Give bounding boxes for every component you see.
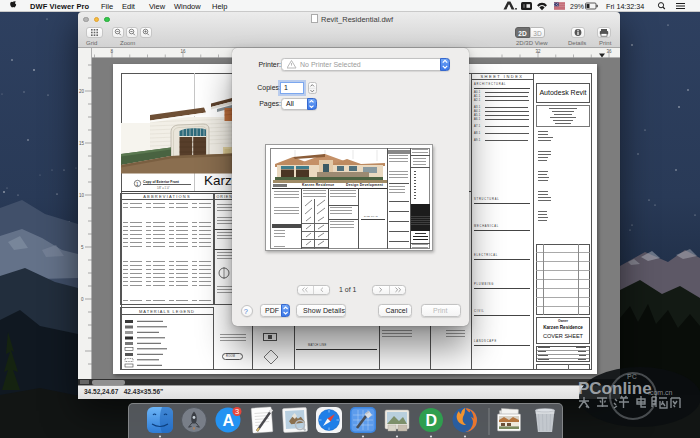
svg-text:.com.cn: .com.cn [648, 389, 673, 396]
svg-text:32: 32 [536, 49, 542, 54]
svg-text:36: 36 [607, 49, 613, 54]
svg-text:Copy of Exterior Front: Copy of Exterior Front [143, 180, 180, 184]
svg-text:10: 10 [79, 193, 85, 198]
svg-text:8: 8 [111, 49, 114, 54]
svg-text:PConline: PConline [578, 379, 652, 398]
svg-text:15: 15 [79, 141, 85, 146]
svg-text:3: 3 [235, 407, 239, 416]
svg-text:20: 20 [79, 89, 85, 94]
svg-text:16: 16 [181, 49, 187, 54]
svg-text:A: A [223, 412, 235, 429]
svg-text:5: 5 [81, 245, 84, 250]
svg-text:1/8" = 1'-0": 1/8" = 1'-0" [157, 186, 170, 190]
svg-text:0: 0 [81, 297, 84, 302]
svg-text:Fri 14:32:34: Fri 14:32:34 [606, 2, 644, 11]
svg-text:29%: 29% [570, 3, 584, 10]
svg-text:D: D [426, 412, 438, 429]
svg-text:1: 1 [136, 182, 139, 187]
